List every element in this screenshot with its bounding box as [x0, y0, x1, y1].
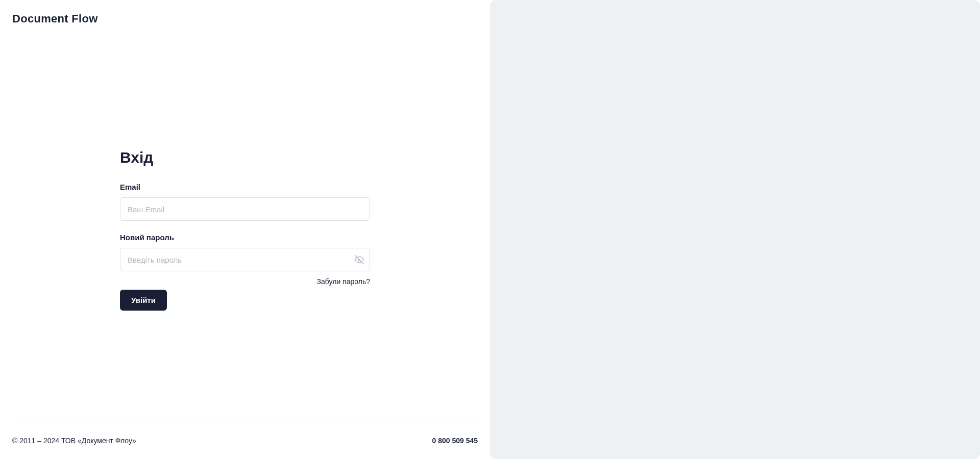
- phone-number: 0 800 509 545: [432, 437, 478, 445]
- footer: © 2011 – 2024 ТОВ «Документ Флоу» 0 800 …: [12, 422, 478, 459]
- email-group: Еmail: [120, 183, 370, 221]
- password-group: Новий пароль: [120, 233, 370, 271]
- login-panel: Document Flow Вхід Еmail Новий пароль: [0, 0, 490, 459]
- login-button[interactable]: Увійти: [120, 290, 167, 311]
- brand-name: Document Flow: [12, 12, 478, 26]
- password-wrapper: [120, 248, 370, 271]
- email-input[interactable]: [120, 197, 370, 221]
- forgot-row: Забули пароль?: [120, 277, 370, 286]
- login-form: Вхід Еmail Новий пароль: [120, 149, 370, 311]
- password-input[interactable]: [120, 248, 370, 271]
- password-label: Новий пароль: [120, 233, 370, 242]
- eye-off-icon[interactable]: [355, 255, 364, 264]
- copyright-text: © 2011 – 2024 ТОВ «Документ Флоу»: [12, 437, 136, 445]
- page-title: Вхід: [120, 149, 370, 166]
- forgot-password-link[interactable]: Забули пароль?: [317, 277, 370, 286]
- email-label: Еmail: [120, 183, 370, 191]
- illustration-panel: [490, 0, 980, 459]
- brand-header: Document Flow: [12, 0, 478, 38]
- form-area: Вхід Еmail Новий пароль: [12, 38, 478, 422]
